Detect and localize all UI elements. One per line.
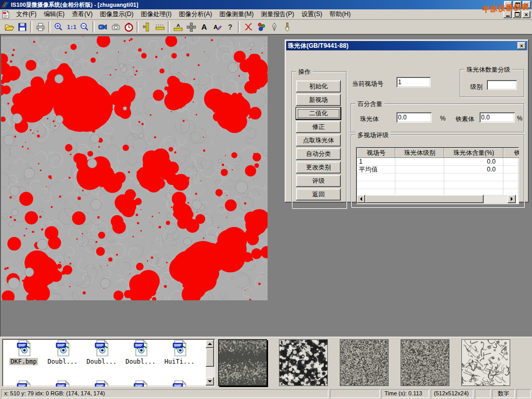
file-item-clipped[interactable]: BMP xyxy=(82,380,121,387)
help-button-icon[interactable]: ? xyxy=(223,21,236,33)
menu-item[interactable]: 图像处理(I) xyxy=(137,9,175,19)
scrollbar-thumb[interactable] xyxy=(206,348,214,367)
file-item-clipped[interactable]: BMP xyxy=(43,380,82,387)
menu-item[interactable]: 设置(S) xyxy=(298,9,326,19)
svg-text:1:1: 1:1 xyxy=(66,24,76,30)
file-item-clipped[interactable]: BMP xyxy=(121,380,160,387)
save-button-icon[interactable] xyxy=(16,21,29,33)
rating-table: 视场号珠光体级别珠光体含量(%)铁素体含量(%) 10.0平均值0.0 xyxy=(356,147,519,204)
svg-text:BMP: BMP xyxy=(174,384,182,387)
scroll-left-icon[interactable] xyxy=(357,195,365,203)
curve-tool-button-icon[interactable] xyxy=(242,21,255,33)
phase-particles-button-icon[interactable] xyxy=(255,21,268,33)
level-input[interactable] xyxy=(487,80,517,90)
menu-item[interactable]: 图像分析(A) xyxy=(175,9,216,19)
scroll-right-icon[interactable] xyxy=(508,195,516,203)
document-icon xyxy=(2,10,10,19)
ferrite-percent-sign: % xyxy=(517,115,523,122)
dialog-title-bar[interactable]: 珠光体(GB/T9441-88) × xyxy=(286,41,527,50)
zoom-in-button-icon[interactable] xyxy=(52,21,65,33)
scrollbar-thumb[interactable] xyxy=(365,195,484,203)
file-list-scrollbar[interactable] xyxy=(206,340,214,385)
op-button[interactable]: 初始化 xyxy=(296,81,341,92)
file-item[interactable]: BMPHuiTi... xyxy=(160,340,199,365)
file-list[interactable]: BMPDKF.bmpBMPDoubl...BMPDoubl...BMPDoubl… xyxy=(2,339,215,387)
metallographic-image[interactable] xyxy=(1,36,268,300)
text-edit-button-icon[interactable]: A xyxy=(210,21,223,33)
bmp-file-icon: BMP xyxy=(93,340,111,358)
table-row[interactable]: 10.0 xyxy=(357,158,519,166)
op-button[interactable]: 新视场 xyxy=(296,94,341,106)
child-restore-button[interactable] xyxy=(513,11,521,18)
op-button[interactable]: 二值化 xyxy=(296,108,341,119)
print-button-icon[interactable] xyxy=(34,21,47,33)
child-window-controls: × xyxy=(503,11,530,18)
pixel-tool-button-icon[interactable] xyxy=(184,21,197,33)
thumbnail-3[interactable] xyxy=(340,339,389,386)
pen-tool-button-icon[interactable] xyxy=(268,21,281,33)
close-button[interactable]: × xyxy=(523,1,531,8)
menu-item[interactable]: 图像测量(M) xyxy=(216,9,257,19)
text-annotate-button-icon[interactable]: A xyxy=(197,21,210,33)
pearlite-percent-input[interactable] xyxy=(396,112,432,123)
zoom-out-button-icon[interactable] xyxy=(78,21,91,33)
pearlite-label: 珠光体 xyxy=(360,115,379,124)
brush-tool-button-icon[interactable] xyxy=(281,21,294,33)
table-header-cell: 铁素体含量(%) xyxy=(503,148,519,158)
thumbnail-2[interactable] xyxy=(279,339,328,386)
actual-size-button-icon[interactable]: 1:1 xyxy=(65,21,78,33)
scale-label-button-icon[interactable]: A xyxy=(171,21,184,33)
file-name: HuiTi... xyxy=(164,358,196,365)
svg-text:?: ? xyxy=(228,23,232,31)
child-minimize-button[interactable] xyxy=(503,11,512,18)
op-button[interactable]: 更改类别 xyxy=(296,162,341,174)
file-name: Doubl... xyxy=(47,358,79,365)
file-browser-panel: BMPDKF.bmpBMPDoubl...BMPDoubl...BMPDoubl… xyxy=(0,337,532,388)
open-file-button-icon[interactable] xyxy=(3,21,16,33)
minimize-button[interactable] xyxy=(504,1,512,8)
ruler-measure-button-icon[interactable] xyxy=(153,21,166,33)
menu-item[interactable]: 文件(F) xyxy=(12,9,40,19)
op-button[interactable]: 自动分类 xyxy=(296,148,341,160)
restore-button[interactable] xyxy=(513,1,522,8)
toolbar-separator xyxy=(137,21,139,33)
menu-item[interactable]: 编辑(E) xyxy=(40,9,68,19)
op-button[interactable]: 返回 xyxy=(296,189,341,201)
thumbnail-1[interactable] xyxy=(218,339,267,386)
multifield-group-label: 多视场评级 xyxy=(355,131,391,140)
current-field-input[interactable] xyxy=(396,77,431,87)
camera-capture-button-icon[interactable] xyxy=(109,21,122,33)
menu-item[interactable]: 帮助(H) xyxy=(326,9,354,19)
thumbnail-4[interactable] xyxy=(401,339,449,386)
op-button[interactable]: 修正 xyxy=(296,121,341,133)
table-horizontal-scrollbar[interactable] xyxy=(357,195,516,203)
file-item[interactable]: BMPDoubl... xyxy=(121,340,160,365)
scroll-up-icon[interactable] xyxy=(206,340,214,348)
dialog-close-icon[interactable]: × xyxy=(517,42,526,49)
ferrite-percent-input[interactable] xyxy=(480,112,515,123)
thumbnail-5[interactable] xyxy=(461,339,510,386)
svg-text:BMP: BMP xyxy=(57,343,65,347)
dialog-body: 操作 初始化新视场二值化修正点取珠光体自动分类更改类别评级返回 当前视场号 珠光… xyxy=(286,50,527,199)
op-button[interactable]: 评级 xyxy=(296,175,341,187)
menu-item[interactable]: 图像显示(D) xyxy=(96,9,137,19)
table-row[interactable] xyxy=(357,174,519,181)
child-close-button[interactable]: × xyxy=(522,11,530,18)
table-header-cell: 视场号 xyxy=(357,148,395,158)
video-capture-button-icon[interactable] xyxy=(96,21,109,33)
pearlite-percent-sign: % xyxy=(440,115,446,122)
table-row[interactable] xyxy=(357,181,519,189)
file-item-clipped[interactable]: BMP xyxy=(4,380,43,387)
timer-button-icon[interactable] xyxy=(122,21,135,33)
file-item-clipped[interactable]: BMP xyxy=(160,380,199,387)
file-item[interactable]: BMPDKF.bmp xyxy=(4,340,43,365)
table-row[interactable]: 平均值0.0 xyxy=(357,166,519,174)
file-item[interactable]: BMPDoubl... xyxy=(82,340,121,365)
scroll-down-icon[interactable] xyxy=(206,377,214,385)
caliper-measure-button-icon[interactable] xyxy=(140,21,153,33)
file-item[interactable]: BMPDoubl... xyxy=(43,340,82,365)
toolbar-separator xyxy=(30,21,32,33)
menu-item[interactable]: 查看(V) xyxy=(68,9,96,19)
menu-item[interactable]: 测量报告(P) xyxy=(257,9,298,19)
op-button[interactable]: 点取珠光体 xyxy=(296,135,341,147)
